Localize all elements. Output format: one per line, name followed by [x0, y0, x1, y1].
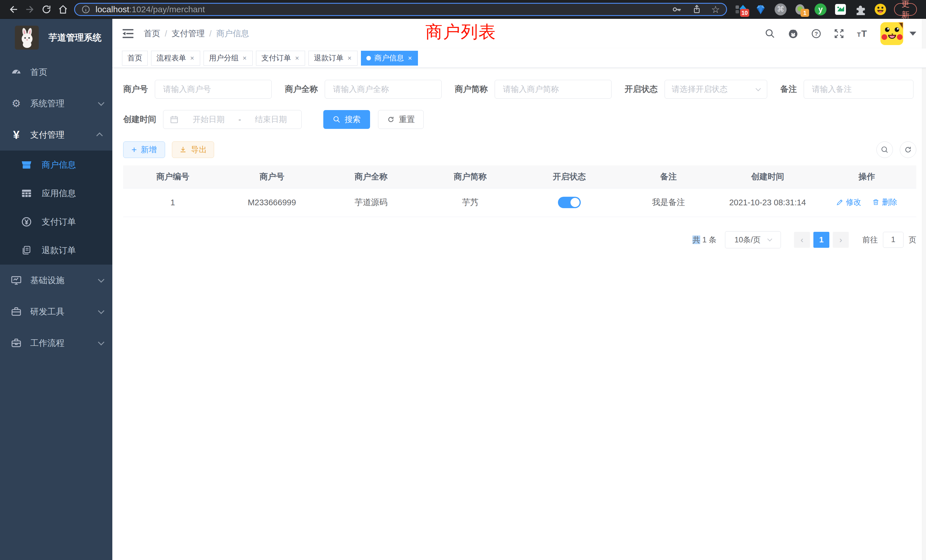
cell-status — [520, 188, 619, 217]
page-number-button[interactable]: 1 — [813, 232, 829, 248]
delete-link[interactable]: 删除 — [872, 197, 897, 207]
refresh-button[interactable] — [900, 141, 916, 158]
font-size-icon[interactable]: TT — [856, 28, 869, 39]
grid-icon — [20, 188, 33, 199]
extension-diamond-icon[interactable]: 10 — [734, 3, 747, 16]
help-icon[interactable]: ? — [811, 28, 822, 39]
col-status: 开启状态 — [520, 165, 619, 188]
caret-down-icon — [909, 32, 916, 36]
sidebar-item-payment[interactable]: ¥ 支付管理 — [0, 119, 112, 151]
chevron-down-icon — [98, 100, 104, 106]
sidebar-item-workflow[interactable]: 工作流程 — [0, 327, 112, 359]
github-icon[interactable] — [787, 28, 799, 39]
tab-home[interactable]: 首页 — [122, 51, 148, 65]
browser-back-icon[interactable] — [5, 1, 22, 18]
avatar — [881, 22, 903, 45]
filter-short-name: 商户简称 — [455, 80, 611, 98]
remark-input[interactable] — [804, 80, 914, 98]
tab-user-group[interactable]: 用户分组× — [204, 51, 253, 65]
close-icon[interactable]: × — [189, 54, 195, 62]
page-scrollbar[interactable] — [922, 19, 926, 560]
next-page-button[interactable]: › — [833, 232, 849, 248]
edit-link[interactable]: 修改 — [836, 197, 861, 207]
status-toggle[interactable] — [558, 197, 581, 208]
browser-forward-icon[interactable] — [22, 1, 38, 18]
extension-y-icon[interactable]: y — [814, 3, 827, 16]
extension-command-icon[interactable]: ⌘ — [774, 3, 787, 16]
extension-gem-icon[interactable] — [754, 3, 767, 16]
breadcrumb-separator: / — [165, 29, 167, 38]
breadcrumb-section[interactable]: 支付管理 — [172, 28, 205, 39]
sidebar-item-home[interactable]: 首页 — [0, 56, 112, 88]
sidebar-item-pay-order[interactable]: 支付订单 — [0, 207, 112, 236]
sidebar-item-refund-order[interactable]: 退款订单 — [0, 236, 112, 265]
filter-create-time: 创建时间 开始日期 - 结束日期 — [123, 110, 302, 129]
close-icon[interactable]: × — [407, 54, 413, 62]
add-button[interactable]: + 新增 — [123, 141, 165, 158]
cell-full-name: 芋道源码 — [322, 188, 421, 217]
goto-page-input[interactable] — [883, 232, 903, 248]
sidebar-fold-icon[interactable] — [122, 29, 134, 39]
download-icon — [179, 146, 187, 154]
full-name-input[interactable] — [325, 80, 442, 98]
sidebar-item-infra[interactable]: 基础设施 — [0, 265, 112, 296]
chevron-down-icon — [98, 308, 104, 314]
url-bar[interactable]: localhost:1024/pay/merchant ☆ — [74, 3, 727, 16]
prev-page-button[interactable]: ‹ — [794, 232, 810, 248]
col-short-name: 商户简称 — [421, 165, 520, 188]
extension-sheet-icon[interactable] — [834, 3, 847, 16]
site-info-icon[interactable] — [81, 5, 90, 14]
extension-profile-icon[interactable]: 1 — [794, 3, 807, 16]
total-text: 共 1 条 — [693, 235, 716, 245]
tab-merchant-info[interactable]: 商户信息× — [361, 51, 418, 65]
browser-reload-icon[interactable] — [38, 1, 55, 18]
refresh-icon — [387, 115, 395, 123]
reset-button[interactable]: 重置 — [378, 110, 424, 129]
bookmark-star-icon[interactable]: ☆ — [711, 5, 720, 14]
password-key-icon[interactable] — [672, 4, 682, 15]
browser-update-button[interactable]: 更新 — [894, 3, 917, 16]
field-label: 备注 — [780, 83, 797, 95]
sidebar-item-label: 研发工具 — [30, 306, 64, 318]
search-icon[interactable] — [765, 28, 775, 39]
user-avatar-menu[interactable] — [881, 22, 916, 45]
short-name-input[interactable] — [495, 80, 611, 98]
sidebar-item-system[interactable]: ⚙ 系统管理 — [0, 88, 112, 119]
search-button[interactable]: 搜索 — [323, 110, 370, 129]
export-button[interactable]: 导出 — [172, 141, 214, 158]
date-range-picker[interactable]: 开始日期 - 结束日期 — [163, 110, 302, 129]
close-icon[interactable]: × — [347, 54, 352, 62]
page-size-select[interactable]: 10条/页 — [725, 231, 781, 248]
page-word: 页 — [909, 235, 916, 245]
browser-avatar-icon[interactable] — [874, 3, 887, 16]
plus-icon: + — [132, 145, 137, 154]
yen-icon: ¥ — [10, 129, 23, 141]
browser-menu-icon[interactable]: ⋮ — [923, 4, 926, 15]
close-icon[interactable]: × — [242, 54, 247, 62]
sidebar-item-label: 商户信息 — [42, 159, 76, 171]
tab-pay-order[interactable]: 支付订单× — [256, 51, 305, 65]
browser-home-icon[interactable] — [55, 1, 71, 18]
monitor-icon — [10, 275, 23, 286]
fullscreen-icon[interactable] — [834, 28, 844, 39]
svg-text:?: ? — [814, 31, 818, 37]
sidebar-item-devtools[interactable]: 研发工具 — [0, 296, 112, 327]
extensions-puzzle-icon[interactable] — [854, 3, 867, 16]
payment-submenu: 商户信息 应用信息 支付订单 退款订单 — [0, 151, 112, 265]
tab-process-form[interactable]: 流程表单× — [151, 51, 200, 65]
cell-merchant-id: 1 — [123, 188, 222, 217]
app-logo — [15, 26, 39, 50]
trash-icon — [872, 198, 879, 206]
tags-view-bar: 首页 流程表单× 用户分组× 支付订单× 退款订单× 商户信息× — [112, 48, 926, 68]
breadcrumb-home[interactable]: 首页 — [144, 28, 160, 39]
status-select[interactable]: 请选择开启状态 — [664, 80, 767, 98]
search-icon — [333, 115, 341, 123]
merchant-no-input[interactable] — [155, 80, 272, 98]
tab-refund-order[interactable]: 退款订单× — [309, 51, 357, 65]
share-icon[interactable] — [692, 5, 702, 14]
sidebar-item-app-info[interactable]: 应用信息 — [0, 179, 112, 207]
close-icon[interactable]: × — [295, 54, 300, 62]
sidebar-logo-block[interactable]: 芋道管理系统 — [0, 19, 112, 56]
hide-search-button[interactable] — [876, 141, 893, 158]
sidebar-item-merchant-info[interactable]: 商户信息 — [0, 151, 112, 179]
